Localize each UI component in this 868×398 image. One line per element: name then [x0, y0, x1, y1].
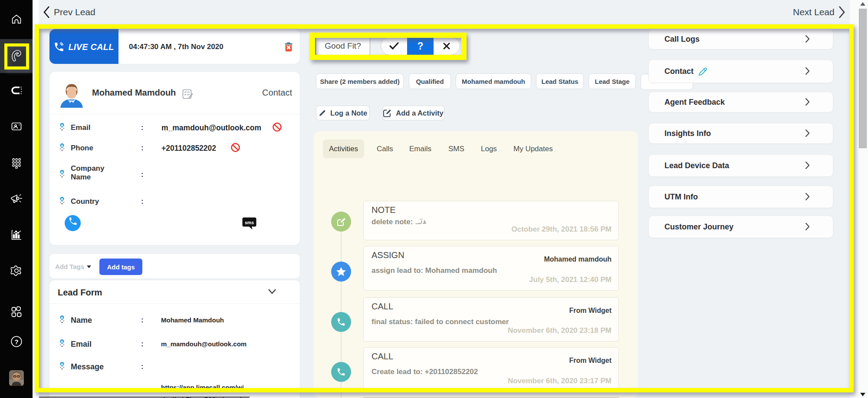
svg-text:?: ?	[14, 338, 18, 345]
svg-text:sms: sms	[245, 220, 254, 225]
